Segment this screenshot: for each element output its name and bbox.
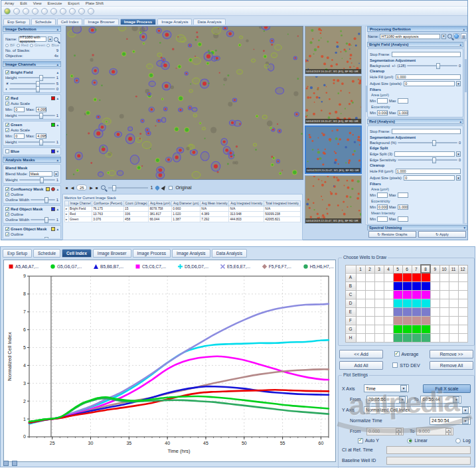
row-header-G[interactable]: G — [345, 325, 356, 333]
legend-item-h5[interactable]: H5,H6,H7,... — [303, 264, 334, 270]
row-header-A[interactable]: A — [345, 273, 356, 281]
legend-item-c5[interactable]: C5,C6,C7,... — [135, 264, 166, 270]
radio-green[interactable] — [30, 44, 33, 47]
well-C10[interactable] — [439, 290, 449, 299]
zoom-slider[interactable] — [108, 187, 148, 189]
radio-bf[interactable] — [5, 44, 9, 47]
y-axis-select[interactable]: Normalized Cell Index▼ — [364, 406, 471, 414]
min-field[interactable]: 0.000 — [377, 110, 388, 116]
well-B3[interactable] — [374, 281, 384, 290]
well-H3[interactable] — [374, 333, 384, 342]
well-B12[interactable] — [458, 281, 467, 290]
well-B5[interactable] — [393, 281, 402, 290]
tab-exp-setup[interactable]: Exp Setup — [3, 249, 32, 258]
well-A3[interactable] — [374, 273, 384, 281]
well-H12[interactable] — [458, 333, 467, 342]
radio-blue[interactable] — [46, 44, 50, 47]
add-all-button[interactable]: Add All — [339, 361, 383, 370]
outline-checkbox[interactable] — [5, 232, 9, 236]
channel-slider[interactable] — [18, 77, 54, 78]
chevron-down-icon[interactable]: ▼ — [400, 385, 407, 392]
row-header-E[interactable]: E — [345, 307, 356, 316]
series-d5[interactable] — [29, 340, 329, 424]
normalize-time-select[interactable]: 24:50:54▼ — [430, 417, 471, 425]
proc-slider[interactable] — [398, 159, 457, 161]
well-E7[interactable] — [412, 307, 421, 316]
top-tab-image-browser[interactable]: Image Browser — [84, 19, 118, 25]
well-D5[interactable] — [393, 299, 402, 307]
edge-split-3-select[interactable] — [394, 151, 455, 157]
well-D11[interactable] — [449, 299, 458, 307]
microscopy-image[interactable] — [66, 27, 303, 179]
blue-checkbox[interactable] — [5, 149, 9, 153]
chevron-down-icon[interactable]: ▼ — [456, 81, 461, 86]
well-H10[interactable] — [439, 333, 449, 342]
well-H1[interactable] — [356, 333, 365, 342]
well-E6[interactable] — [402, 307, 412, 316]
legend-item-g5[interactable]: G5,G6,G7,... — [50, 264, 82, 270]
row-header-B[interactable]: B — [345, 281, 356, 290]
well-E4[interactable] — [384, 307, 393, 316]
well-A2[interactable] — [365, 273, 374, 281]
well-D3[interactable] — [374, 299, 384, 307]
well-E9[interactable] — [430, 307, 439, 316]
well-A4[interactable] — [384, 273, 393, 281]
collapse-icon[interactable]: ▾ — [56, 149, 58, 153]
open-icon[interactable] — [13, 8, 20, 15]
average-checkbox[interactable] — [394, 351, 400, 356]
auto-scale-checkbox[interactable] — [5, 102, 9, 106]
red-object-mask-checkbox[interactable] — [5, 207, 9, 211]
min-field[interactable] — [377, 98, 388, 104]
baseline-well-field[interactable] — [386, 457, 471, 465]
well-A6[interactable] — [402, 273, 412, 281]
y-from-field[interactable]: 0.000▲▼ — [366, 428, 404, 435]
well-E5[interactable] — [393, 307, 402, 316]
well-D4[interactable] — [384, 299, 393, 307]
well-F4[interactable] — [384, 316, 393, 325]
well-G3[interactable] — [374, 325, 384, 333]
well-A10[interactable] — [439, 273, 449, 281]
tab-schedule[interactable]: Schedule — [33, 249, 60, 258]
thumbnail-4[interactable]: 04/04/2019 22:20:47, W1 (E5), BF RD GR — [305, 175, 362, 224]
channel-slider[interactable] — [10, 83, 54, 84]
x-axis-select[interactable]: Time▼ — [364, 384, 409, 392]
legend-item-d5[interactable]: D5,D6,D7,... — [177, 264, 208, 270]
well-H5[interactable] — [393, 333, 402, 342]
chevron-down-icon[interactable]: ▼ — [453, 396, 459, 403]
linear-radio[interactable] — [407, 438, 412, 443]
collapse-icon[interactable]: ▴ — [56, 227, 58, 231]
x-from-select[interactable]: 20:05:56▼ — [366, 396, 408, 404]
tab-image-process[interactable]: Image Process — [133, 249, 171, 258]
well-A8[interactable] — [421, 273, 430, 281]
image-name-select[interactable]: HT1080 with apoptosis — [19, 37, 46, 42]
collapse-icon[interactable]: ▴ — [56, 207, 58, 211]
well-B6[interactable] — [402, 281, 412, 290]
well-C3[interactable] — [374, 290, 384, 299]
well-G6[interactable] — [402, 325, 412, 333]
well-G8[interactable] — [421, 325, 430, 333]
well-D7[interactable] — [412, 299, 421, 307]
chevron-down-icon[interactable]: ▼ — [456, 175, 461, 181]
column-header-3[interactable]: 3 — [374, 265, 384, 273]
confluency-mask-checkbox[interactable] — [5, 187, 9, 191]
chevron-down-icon[interactable]: ▼ — [441, 34, 446, 39]
well-D8[interactable] — [421, 299, 430, 307]
chevron-down-icon[interactable]: ▼ — [399, 396, 406, 403]
app-logo-icon[interactable] — [4, 8, 11, 15]
help-icon[interactable] — [88, 8, 94, 15]
collapse-icon[interactable]: ▴ — [56, 96, 58, 100]
adjust-size-pixels-select[interactable]: 0 — [404, 175, 455, 181]
taskbar-shortcut-icon[interactable] — [12, 461, 17, 466]
well-F6[interactable] — [402, 316, 412, 325]
chevron-down-icon[interactable]: ▼ — [456, 151, 461, 157]
series-h5[interactable] — [29, 398, 329, 422]
well-F7[interactable] — [412, 316, 421, 325]
spinner-icon[interactable]: ▲▼ — [396, 428, 402, 435]
stddev-checkbox[interactable] — [392, 362, 398, 368]
adjust-size-pixels-select[interactable]: 0 — [404, 81, 455, 86]
collapse-icon[interactable]: ▴ — [56, 62, 58, 66]
well-C4[interactable] — [384, 290, 393, 299]
channel-slider[interactable] — [9, 88, 55, 90]
well-D12[interactable] — [458, 299, 467, 307]
max-field[interactable]: 1.000 — [398, 110, 408, 116]
